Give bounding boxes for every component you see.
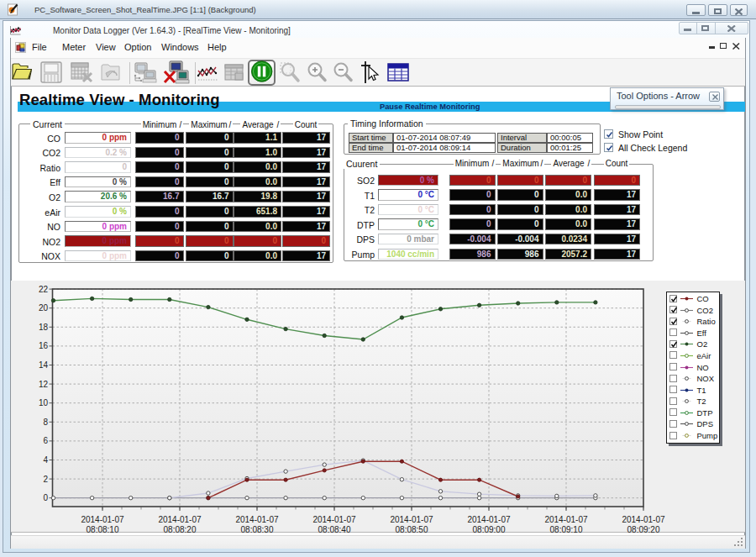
svg-text:2014-01-07: 2014-01-07 bbox=[544, 515, 588, 524]
svg-text:2014-01-07: 2014-01-07 bbox=[235, 515, 279, 524]
svg-text:08:09:10: 08:09:10 bbox=[550, 525, 583, 533]
svg-text:10: 10 bbox=[39, 398, 49, 407]
svg-text:08:09:20: 08:09:20 bbox=[627, 525, 660, 533]
svg-text:18: 18 bbox=[39, 323, 49, 332]
svg-text:2014-01-07: 2014-01-07 bbox=[622, 515, 665, 524]
svg-text:14: 14 bbox=[39, 360, 49, 370]
svg-text:2014-01-07: 2014-01-07 bbox=[312, 515, 356, 524]
svg-text:0: 0 bbox=[43, 493, 48, 502]
svg-text:12: 12 bbox=[39, 380, 49, 389]
svg-text:08:08:50: 08:08:50 bbox=[396, 525, 428, 533]
svg-text:2014-01-07: 2014-01-07 bbox=[81, 515, 124, 524]
svg-text:08:08:40: 08:08:40 bbox=[318, 525, 351, 533]
svg-text:2014-01-07: 2014-01-07 bbox=[467, 515, 511, 524]
svg-text:4: 4 bbox=[43, 455, 48, 465]
svg-text:20: 20 bbox=[39, 303, 49, 313]
svg-text:08:08:10: 08:08:10 bbox=[87, 525, 119, 533]
svg-text:2014-01-07: 2014-01-07 bbox=[158, 515, 202, 524]
svg-text:6: 6 bbox=[43, 436, 48, 445]
svg-text:8: 8 bbox=[43, 418, 48, 427]
svg-text:08:08:30: 08:08:30 bbox=[241, 525, 274, 533]
svg-text:16: 16 bbox=[39, 341, 49, 350]
svg-text:08:08:20: 08:08:20 bbox=[164, 525, 197, 533]
svg-text:2: 2 bbox=[43, 475, 48, 484]
svg-text:08:09:00: 08:09:00 bbox=[473, 525, 506, 533]
svg-text:2014-01-07: 2014-01-07 bbox=[390, 515, 433, 524]
svg-text:22: 22 bbox=[39, 285, 49, 294]
